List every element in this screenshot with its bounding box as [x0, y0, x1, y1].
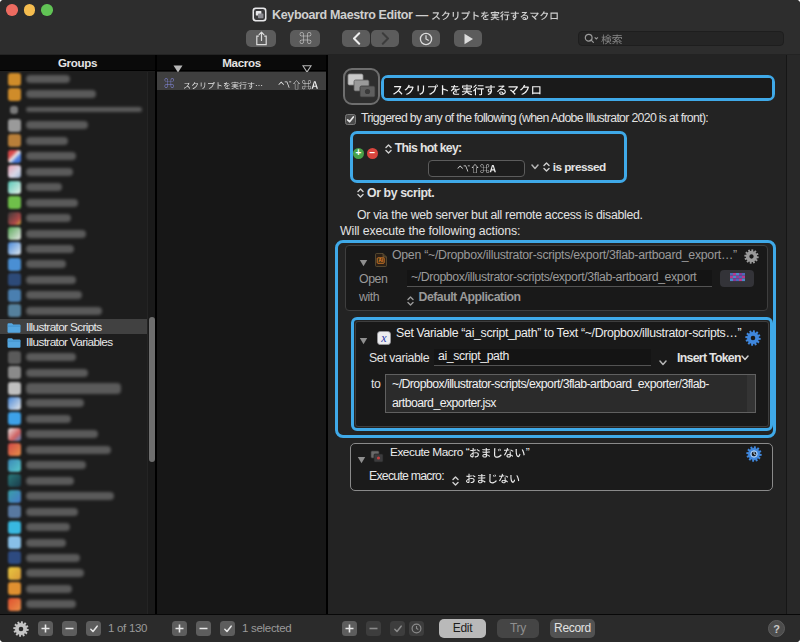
svg-text:Ai: Ai: [378, 258, 383, 263]
svg-text:x: x: [380, 331, 387, 345]
